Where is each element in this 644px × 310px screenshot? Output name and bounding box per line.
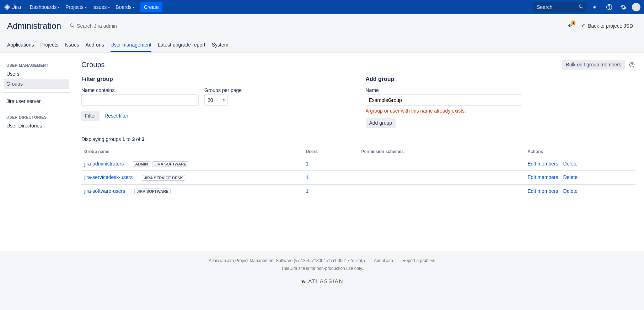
filter-group-section: Filter group Name contains Groups per pa… — [81, 76, 351, 128]
group-name-link[interactable]: jira-administrators — [84, 161, 124, 167]
content: Groups Bulk edit group members Filter gr… — [73, 53, 644, 251]
delete-link[interactable]: Delete — [563, 188, 578, 194]
permission-schemes-cell — [358, 157, 525, 171]
megaphone-icon[interactable] — [589, 1, 601, 13]
nav-dashboards[interactable]: Dashboards▾ — [27, 0, 63, 14]
perpage-label: Groups per page — [204, 87, 242, 93]
chevron-down-icon: ▾ — [133, 5, 135, 9]
footer-version: Atlassian Jira Project Management Softwa… — [209, 258, 365, 263]
atlassian-logo[interactable]: ATLASSIAN — [300, 278, 343, 284]
add-heading: Add group — [366, 76, 636, 82]
add-error-text: A group or user with this name already e… — [366, 108, 636, 114]
main: USER MANAGEMENTUsersGroupsJira user serv… — [0, 52, 644, 251]
page-title: Administration — [7, 21, 61, 31]
table-row: jira-software-usersJIRA SOFTWARE1Edit me… — [81, 184, 635, 198]
topbar-search-input[interactable] — [533, 2, 586, 12]
users-count-link[interactable]: 1 — [306, 188, 309, 194]
bulk-edit-button[interactable]: Bulk edit group members — [562, 60, 625, 70]
table-header: Actions — [525, 146, 635, 157]
groups-table: Group nameUsersPermission schemesActions… — [81, 146, 635, 198]
jira-logo[interactable]: Jira — [4, 4, 21, 11]
name-contains-label: Name contains — [81, 87, 199, 93]
group-badge: ADMIN — [133, 161, 150, 167]
add-name-label: Name — [366, 87, 636, 93]
perpage-select[interactable] — [204, 94, 228, 106]
chevron-down-icon: ▾ — [108, 5, 110, 9]
edit-members-link[interactable]: Edit members — [527, 174, 558, 180]
admin-tab[interactable]: Add-ons — [86, 40, 104, 52]
avatar[interactable] — [632, 3, 640, 11]
admin-tab[interactable]: Latest upgrade report — [158, 40, 205, 52]
nav-boards[interactable]: Boards▾ — [113, 0, 137, 14]
help-icon[interactable] — [603, 1, 615, 13]
sidebar-item[interactable]: User Directories — [4, 121, 69, 131]
table-header: Group name — [81, 146, 303, 157]
filter-heading: Filter group — [81, 76, 351, 82]
display-count-text: Displaying groups 1 to 3 of 3. — [81, 136, 635, 142]
add-group-button[interactable]: Add group — [366, 118, 396, 128]
users-count-link[interactable]: 1 — [306, 174, 309, 180]
chevron-down-icon: ▾ — [58, 5, 60, 9]
jira-icon — [4, 4, 11, 11]
back-label: Back to project: JSD — [588, 23, 633, 29]
footer-nonprod: This Jira site is for non-production use… — [7, 266, 637, 271]
delete-link[interactable]: Delete — [563, 161, 578, 167]
admin-tabs: ApplicationsProjectsIssuesAdd-onsUser ma… — [7, 40, 637, 52]
topbar-nav: Dashboards▾ Projects▾ Issues▾ Boards▾ Cr… — [27, 0, 533, 14]
sidebar-item[interactable]: Users — [4, 69, 69, 79]
users-count-link[interactable]: 1 — [306, 161, 309, 167]
sidebar-section-label: USER DIRECTORIES — [4, 114, 69, 121]
permission-schemes-cell — [358, 171, 525, 184]
add-group-section: Add group Name A group or user with this… — [366, 76, 636, 128]
table-header: Users — [303, 146, 359, 157]
edit-members-link[interactable]: Edit members — [527, 161, 558, 167]
admin-header: Administration Search Jira admin 1 ↶ Bac… — [0, 14, 644, 52]
admin-tab[interactable]: User management — [111, 40, 151, 52]
admin-search-link[interactable]: Search Jira admin — [70, 23, 117, 29]
group-name-link[interactable]: jira-software-users — [84, 188, 125, 194]
add-name-input[interactable] — [366, 94, 522, 106]
group-badge: JIRA SERVICE DESK — [142, 175, 185, 181]
permission-schemes-cell — [358, 184, 525, 198]
sidebar-item[interactable]: Jira user server — [4, 96, 69, 106]
report-problem-link[interactable]: Report a problem — [402, 258, 435, 263]
search-icon — [70, 23, 75, 29]
back-to-project-button[interactable]: ↶ Back to project: JSD — [578, 21, 637, 31]
topbar-right — [533, 1, 640, 13]
chevron-down-icon: ▾ — [85, 5, 87, 9]
sidebar-item[interactable]: Groups — [4, 79, 69, 89]
table-header: Permission schemes — [358, 146, 525, 157]
admin-tab[interactable]: Issues — [65, 40, 79, 52]
group-badge: JIRA SOFTWARE — [152, 161, 188, 167]
svg-point-7 — [632, 66, 632, 66]
table-row: jira-administratorsADMINJIRA SOFTWARE1Ed… — [81, 157, 635, 171]
about-jira-link[interactable]: About Jira — [374, 258, 393, 263]
filter-button[interactable]: Filter — [81, 111, 100, 121]
admin-tab[interactable]: Applications — [7, 40, 34, 52]
admin-tab[interactable]: Projects — [41, 40, 59, 52]
nav-projects[interactable]: Projects▾ — [63, 0, 90, 14]
name-contains-input[interactable] — [81, 94, 199, 106]
content-title: Groups — [81, 61, 105, 69]
admin-tab[interactable]: System — [212, 40, 229, 52]
svg-point-3 — [609, 8, 609, 9]
feedback-icon[interactable]: 1 — [567, 22, 574, 30]
admin-search-label: Search Jira admin — [77, 23, 117, 29]
topbar-search-wrap — [533, 2, 586, 12]
svg-line-5 — [73, 26, 74, 27]
gear-icon[interactable] — [618, 1, 629, 13]
create-button[interactable]: Create — [140, 2, 162, 12]
edit-members-link[interactable]: Edit members — [527, 188, 558, 194]
sidebar-section-label: USER MANAGEMENT — [4, 62, 69, 69]
help-icon[interactable] — [628, 61, 635, 68]
table-row: jira-servicedesk-usersJIRA SERVICE DESK1… — [81, 171, 635, 184]
nav-issues[interactable]: Issues▾ — [90, 0, 113, 14]
atlassian-icon — [300, 278, 306, 284]
footer: Atlassian Jira Project Management Softwa… — [0, 251, 644, 292]
topbar: Jira Dashboards▾ Projects▾ Issues▾ Board… — [0, 0, 644, 14]
back-arrow-icon: ↶ — [581, 23, 586, 29]
svg-point-4 — [70, 23, 73, 26]
reset-filter-link[interactable]: Reset filter — [104, 113, 128, 119]
delete-link[interactable]: Delete — [563, 174, 578, 180]
group-name-link[interactable]: jira-servicedesk-users — [84, 174, 133, 180]
